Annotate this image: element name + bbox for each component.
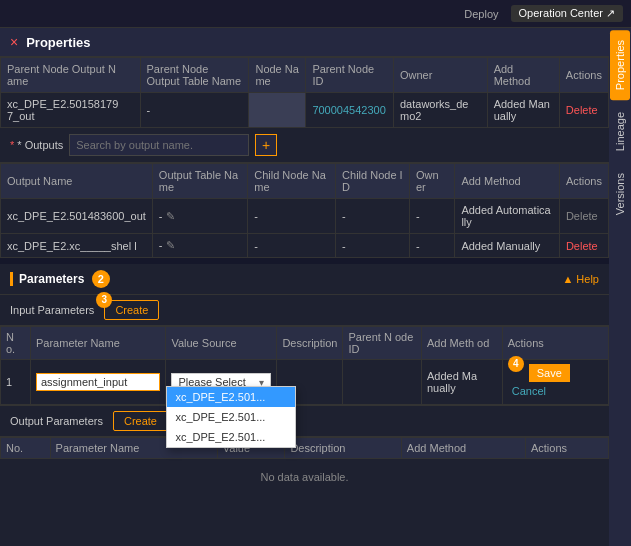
out-row1-action[interactable]: Delete: [559, 199, 608, 234]
main-layout: × Properties Parent Node Output N ame Pa…: [0, 28, 631, 546]
out-row1-method: Added Automatica lly: [455, 199, 559, 234]
main-col-7: Actions: [559, 58, 608, 93]
params-bar: [10, 272, 13, 286]
main-col-2: Parent Node Output Table Name: [140, 58, 249, 93]
out-col-3: Child Node Na me: [248, 164, 336, 199]
no-data-label: No data available.: [0, 459, 609, 495]
ip-col-value: Value Source: [166, 327, 277, 360]
output-param-table: No. Parameter Name Value Description Add…: [0, 437, 609, 459]
main-col-3: Node Na me: [249, 58, 306, 93]
ip-row1-value-source: Please Select ▾ xc_DPE_E2.501... xc_DPE_…: [166, 360, 277, 405]
input-param-row-1: 1 Please Select ▾ xc_DPE_E2.501... xc: [1, 360, 609, 405]
action-badge: 4: [508, 356, 524, 372]
op-col-method: Add Method: [401, 438, 525, 459]
output-params-row: Output Parameters Create: [0, 405, 609, 437]
outputs-label: * * Outputs: [10, 139, 63, 151]
input-params-label: Input Parameters: [10, 304, 94, 316]
operation-center-link[interactable]: Operation Center ↗: [511, 5, 623, 22]
edit-icon-2[interactable]: ✎: [166, 239, 175, 251]
row-table-name: -: [140, 93, 249, 128]
op-col-desc: Description: [285, 438, 401, 459]
out-row2-table: - ✎: [152, 234, 247, 258]
panel-title: Properties: [26, 35, 90, 50]
row-node-name: [249, 93, 306, 128]
main-col-6: Add Method: [487, 58, 559, 93]
input-param-table-container: N o. Parameter Name Value Source Descrip…: [0, 326, 609, 405]
help-link[interactable]: ▲ Help: [562, 273, 599, 285]
cancel-button[interactable]: Cancel: [508, 382, 550, 400]
ip-col-desc: Description: [277, 327, 343, 360]
row-parent-id[interactable]: 700004542300: [306, 93, 394, 128]
out-row2-action[interactable]: Delete: [559, 234, 608, 258]
save-button[interactable]: Save: [529, 364, 570, 382]
ip-row1-name: [31, 360, 166, 405]
op-col-actions: Actions: [525, 438, 608, 459]
out-col-1: Output Name: [1, 164, 153, 199]
params-badge: 2: [92, 270, 110, 288]
output-row-1: xc_DPE_E2.501483600_out - ✎ - - - Added …: [1, 199, 609, 234]
tab-lineage[interactable]: Lineage: [610, 102, 630, 161]
out-col-7: Actions: [559, 164, 608, 199]
row-delete-action[interactable]: Delete: [559, 93, 608, 128]
create-btn-wrap: Create 3: [104, 300, 159, 320]
ip-row1-method: Added Ma nually: [421, 360, 502, 405]
out-row1-table: - ✎: [152, 199, 247, 234]
dropdown-item-3[interactable]: xc_DPE_E2.501...: [167, 427, 295, 447]
row-add-method: Added Man ually: [487, 93, 559, 128]
ip-col-method: Add Meth od: [421, 327, 502, 360]
ip-row1-no: 1: [1, 360, 31, 405]
table-row: xc_DPE_E2.50158179 7_out - 700004542300 …: [1, 93, 609, 128]
top-bar: Deploy Operation Center ↗: [0, 0, 631, 28]
op-col-no: No.: [1, 438, 51, 459]
main-node-table: Parent Node Output N ame Parent Node Out…: [0, 57, 609, 128]
out-col-5: Own er: [409, 164, 454, 199]
input-param-table: N o. Parameter Name Value Source Descrip…: [0, 326, 609, 405]
row-owner: dataworks_de mo2: [393, 93, 487, 128]
outputs-header: * * Outputs +: [0, 128, 609, 163]
ip-col-no: N o.: [1, 327, 31, 360]
dropdown-item-2[interactable]: xc_DPE_E2.501...: [167, 407, 295, 427]
out-row2-method: Added Manually: [455, 234, 559, 258]
tab-versions[interactable]: Versions: [610, 163, 630, 225]
close-icon[interactable]: ×: [10, 34, 18, 50]
right-tabs: Properties Lineage Versions: [609, 28, 631, 546]
ip-row1-actions: 4 Save Cancel: [502, 360, 608, 405]
create-output-param-button[interactable]: Create: [113, 411, 168, 431]
output-table: Output Name Output Table Na me Child Nod…: [0, 163, 609, 258]
edit-icon[interactable]: ✎: [166, 210, 175, 222]
out-col-2: Output Table Na me: [152, 164, 247, 199]
deploy-link[interactable]: Deploy: [464, 8, 498, 20]
main-col-5: Owner: [393, 58, 487, 93]
create-input-param-button[interactable]: Create: [104, 300, 159, 320]
out-row1-owner: -: [409, 199, 454, 234]
out-col-4: Child Node I D: [336, 164, 410, 199]
out-row1-child-id: -: [336, 199, 410, 234]
output-params-label: Output Parameters: [10, 415, 103, 427]
ip-col-parent: Parent N ode ID: [343, 327, 422, 360]
row-output-name: xc_DPE_E2.50158179 7_out: [1, 93, 141, 128]
output-row-2: xc_DPE_E2.xc_____shel l - ✎ - - - Added …: [1, 234, 609, 258]
out-row2-name: xc_DPE_E2.xc_____shel l: [1, 234, 153, 258]
ip-row1-parent: [343, 360, 422, 405]
out-row1-name: xc_DPE_E2.501483600_out: [1, 199, 153, 234]
dropdown-menu: xc_DPE_E2.501... xc_DPE_E2.501... xc_DPE…: [166, 386, 296, 448]
out-col-6: Add Method: [455, 164, 559, 199]
main-col-4: Parent Node ID: [306, 58, 394, 93]
tab-properties[interactable]: Properties: [610, 30, 630, 100]
panel-header: × Properties: [0, 28, 609, 57]
add-output-button[interactable]: +: [255, 134, 277, 156]
ip-col-actions: Actions: [502, 327, 608, 360]
input-params-row: Input Parameters Create 3: [0, 295, 609, 326]
params-title: Parameters 2: [19, 270, 562, 288]
main-col-1: Parent Node Output N ame: [1, 58, 141, 93]
ip-col-name: Parameter Name: [31, 327, 166, 360]
dropdown-item-1[interactable]: xc_DPE_E2.501...: [167, 387, 295, 407]
out-row1-child-name: -: [248, 199, 336, 234]
content-area: × Properties Parent Node Output N ame Pa…: [0, 28, 609, 546]
search-input[interactable]: [69, 134, 249, 156]
out-row2-child-id: -: [336, 234, 410, 258]
out-row2-owner: -: [409, 234, 454, 258]
params-header: Parameters 2 ▲ Help: [0, 264, 609, 295]
out-row2-child-name: -: [248, 234, 336, 258]
param-name-input[interactable]: [36, 373, 160, 391]
